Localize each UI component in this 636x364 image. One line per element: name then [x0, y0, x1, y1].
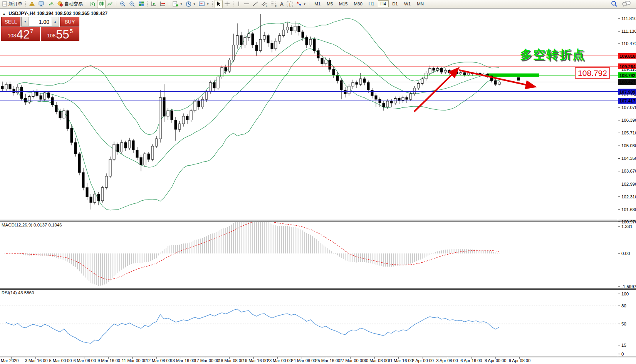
line-chart-button[interactable] [106, 0, 114, 8]
separator [86, 1, 87, 7]
trendline-tool-button[interactable] [251, 0, 260, 8]
bar-chart-icon [90, 1, 96, 7]
equidistant-channel-tool-button[interactable]: E [260, 0, 269, 8]
timeframe-m30-button[interactable]: M30 [351, 0, 365, 7]
price-badge-label: 109.818 [619, 54, 636, 59]
timeframe-d1-button[interactable]: D1 [389, 0, 401, 7]
zoom-out-icon [129, 1, 135, 7]
search-icon[interactable] [611, 1, 618, 7]
rsi-axis-label: 15 [621, 343, 626, 347]
text-tool-button[interactable]: A [279, 0, 285, 8]
dropdown-caret-icon: ▼ [193, 3, 196, 5]
chart-shift-button[interactable] [158, 0, 167, 8]
timeframe-h1-button[interactable]: H1 [366, 0, 377, 7]
buy-button[interactable]: BUY [60, 17, 79, 27]
fibonacci-tool-button[interactable]: F [269, 0, 279, 8]
clock-icon [186, 1, 191, 7]
price-axis-label: 102.310 [621, 195, 636, 199]
separator [233, 1, 234, 7]
new-order-icon [2, 1, 7, 7]
horizontal-line-tool-button[interactable] [242, 0, 251, 8]
candlestick-chart-button[interactable] [97, 0, 106, 8]
symbol-ohlc-text: USDJPY-,H4 108.394 108.502 108.365 108.4… [8, 11, 107, 16]
arrows-tool-button[interactable]: ▼ [295, 0, 307, 8]
line-chart-icon [107, 1, 113, 7]
sell-price-display[interactable]: 108 42 7 [1, 27, 40, 41]
price-axis-label: 111.130 [621, 29, 636, 34]
vps-button[interactable] [37, 0, 46, 8]
autotrading-icon [57, 1, 63, 7]
time-axis-label: 24 Mar 08:00 [291, 358, 316, 363]
autotrading-button[interactable]: 自动交易 [55, 0, 84, 8]
templates-button[interactable]: ▼ [197, 0, 211, 8]
time-axis-label: 30 Mar 08:00 [364, 358, 389, 363]
rsi-plot[interactable] [0, 306, 618, 345]
volume-increase-button[interactable]: ▲ [52, 17, 59, 26]
svg-text:T: T [289, 2, 291, 6]
time-axis-label: 6 Apr 16:00 [460, 358, 482, 363]
label-tool-button[interactable]: T [285, 0, 295, 8]
buy-price-pips: 55 [56, 29, 69, 40]
zoom-in-button[interactable] [118, 0, 128, 8]
macd-axis-label: 0.00 [621, 251, 630, 256]
timeframe-mn-button[interactable]: MN [414, 0, 426, 7]
bar-chart-button[interactable] [88, 0, 97, 8]
time-axis-label: 19 Mar 16:00 [243, 358, 268, 363]
price-axis-label: 105.710 [621, 131, 636, 135]
timeframe-m5-button[interactable]: M5 [324, 0, 336, 7]
periods-button[interactable]: ▼ [184, 0, 197, 8]
time-axis-label: Mar 2020 [1, 358, 18, 363]
price-axis-label: 111.810 [621, 16, 636, 21]
vertical-line-tool-button[interactable] [235, 0, 242, 8]
svg-text:E: E [266, 5, 267, 7]
price-axis-label: 105.030 [621, 143, 636, 148]
price-level-flag: 108.792 [575, 67, 610, 79]
time-axis-label: 31 Mar 16:00 [388, 358, 413, 363]
price-axis-label: 103.670 [621, 169, 636, 173]
trendline-icon [253, 1, 258, 7]
price-badge-label: 107.909 [619, 90, 636, 94]
crosshair-tool-button[interactable] [223, 0, 232, 8]
macd-axis-label: -1.5997 [621, 284, 636, 289]
macd-plot[interactable] [2, 217, 499, 286]
time-axis-label: 18 Mar 08:00 [218, 358, 243, 363]
timeframe-m1-button[interactable]: M1 [312, 0, 323, 7]
timeframe-h4-button[interactable]: H4 [378, 0, 389, 7]
time-axis-label: 3 Mar 16:00 [25, 358, 48, 363]
time-axis-label: 11 Mar 00:00 [122, 358, 146, 363]
timeframe-w1-button[interactable]: W1 [401, 0, 413, 7]
new-order-label: 新订单 [8, 1, 22, 7]
new-order-button[interactable]: 新订单 [1, 0, 24, 8]
time-axis-label: 17 Mar 00:00 [194, 358, 219, 363]
time-axis-label: 27 Mar 00:00 [339, 358, 364, 363]
cursor-tool-button[interactable] [215, 0, 223, 8]
dropdown-caret-icon: ▼ [206, 3, 209, 5]
rsi-line [6, 309, 499, 343]
separator [147, 1, 148, 7]
timeframe-m15-button[interactable]: M15 [336, 0, 350, 7]
new-chart-icon [173, 1, 178, 7]
arrows-icon [296, 1, 302, 7]
crosshair-icon [224, 1, 230, 7]
rsi-axis-label: 50 [621, 322, 626, 326]
chat-icon[interactable] [622, 1, 631, 7]
volume-input[interactable] [29, 17, 52, 26]
separator [25, 1, 26, 7]
signals-button[interactable] [46, 0, 55, 8]
one-click-trading-panel: SELL ▼ ▲ BUY 108 42 7 108 55 5 [1, 17, 79, 41]
one-click-collapse-icon[interactable]: ▲ [2, 12, 6, 16]
macd-indicator-label: MACD(12,26,9) 0.0137 0.1046 [2, 223, 62, 227]
sell-button[interactable]: SELL [1, 17, 20, 27]
market-button[interactable] [28, 0, 37, 8]
auto-scroll-button[interactable] [149, 0, 158, 8]
buy-price-display[interactable]: 108 55 5 [41, 27, 80, 41]
chart-text-annotation: 多空转折点 [520, 47, 586, 63]
tile-windows-button[interactable] [137, 0, 146, 8]
new-chart-button[interactable]: ▼ [171, 0, 184, 8]
buy-price-point: 5 [70, 28, 73, 34]
horizontal-line-icon [244, 1, 250, 7]
price-chart-plot[interactable] [0, 14, 618, 210]
volume-decrease-button[interactable]: ▼ [22, 17, 29, 26]
separator [309, 1, 310, 7]
zoom-out-button[interactable] [128, 0, 137, 8]
